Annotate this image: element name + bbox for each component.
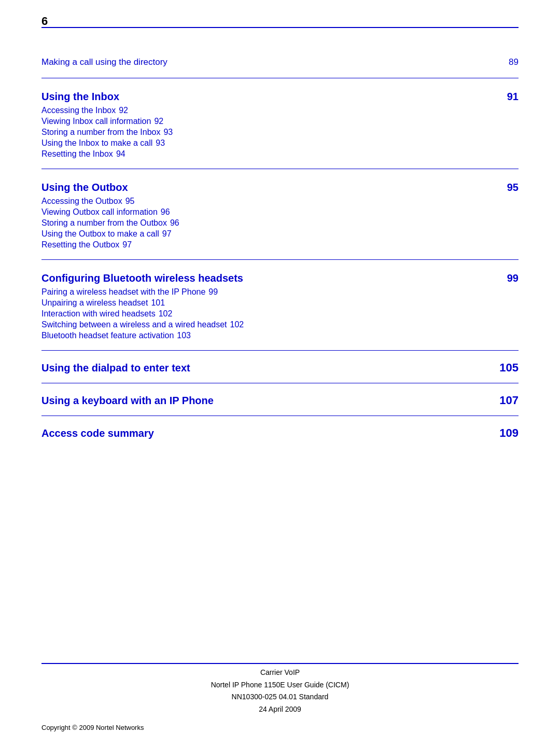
divider-before-access-code [41, 416, 519, 416]
divider-before-inbox [41, 78, 519, 78]
keyboard-section-title[interactable]: Using a keyboard with an IP Phone [41, 395, 214, 407]
page-number: 6 [41, 15, 48, 28]
footer-line4: 24 April 2009 [0, 703, 560, 716]
sub-entry-page: 102 [230, 320, 244, 329]
intro-entry-making-call: Making a call using the directory 89 [41, 57, 519, 67]
inbox-section-page: 91 [507, 91, 519, 103]
bluetooth-header-row: Configuring Bluetooth wireless headsets … [41, 272, 519, 284]
list-item: Interaction with wired headsets 102 [41, 309, 519, 319]
sub-entry-title[interactable]: Switching between a wireless and a wired… [41, 320, 227, 329]
intro-entry-title[interactable]: Making a call using the directory [41, 57, 167, 67]
list-item: Accessing the Outbox 95 [41, 197, 519, 206]
sub-entry-page: 94 [116, 149, 125, 159]
sub-entry-title[interactable]: Viewing Inbox call information [41, 117, 151, 126]
list-item: Storing a number from the Outbox 96 [41, 218, 519, 228]
section-bluetooth: Configuring Bluetooth wireless headsets … [41, 264, 519, 346]
sub-entry-page: 101 [151, 298, 165, 308]
outbox-section-title[interactable]: Using the Outbox [41, 182, 128, 193]
list-item: Pairing a wireless headset with the IP P… [41, 287, 519, 297]
sub-entry-title[interactable]: Unpairing a wireless headset [41, 298, 148, 308]
sub-entry-page: 102 [159, 309, 173, 319]
access-code-header-row: Access code summary 109 [41, 426, 519, 440]
list-item: Storing a number from the Inbox 93 [41, 128, 519, 137]
bluetooth-section-title[interactable]: Configuring Bluetooth wireless headsets [41, 272, 243, 284]
sub-entry-page: 93 [156, 139, 165, 148]
section-dialpad: Using the dialpad to enter text 105 [41, 355, 519, 379]
dialpad-section-title[interactable]: Using the dialpad to enter text [41, 362, 190, 374]
sub-entry-title[interactable]: Accessing the Inbox [41, 106, 116, 115]
intro-entry-page: 89 [509, 57, 519, 67]
sub-entry-page: 96 [161, 208, 170, 217]
sub-entry-title[interactable]: Viewing Outbox call information [41, 208, 158, 217]
section-using-inbox: Using the Inbox 91 Accessing the Inbox 9… [41, 82, 519, 164]
sub-entry-title[interactable]: Accessing the Outbox [41, 197, 122, 206]
list-item: Using the Inbox to make a call 93 [41, 139, 519, 148]
sub-entry-title[interactable]: Using the Outbox to make a call [41, 229, 159, 239]
divider-before-bluetooth [41, 259, 519, 260]
footer: Carrier VoIP Nortel IP Phone 1150E User … [0, 667, 560, 716]
section-using-outbox: Using the Outbox 95 Accessing the Outbox… [41, 173, 519, 255]
sub-entry-title[interactable]: Storing a number from the Outbox [41, 218, 167, 228]
footer-line3: NN10300-025 04.01 Standard [0, 691, 560, 703]
sub-entry-page: 103 [177, 331, 191, 340]
list-item: Using the Outbox to make a call 97 [41, 229, 519, 239]
sub-entry-title[interactable]: Storing a number from the Inbox [41, 128, 160, 137]
list-item: Viewing Outbox call information 96 [41, 208, 519, 217]
sub-entry-page: 92 [119, 106, 128, 115]
sub-entry-title[interactable]: Interaction with wired headsets [41, 309, 156, 319]
section-keyboard: Using a keyboard with an IP Phone 107 [41, 388, 519, 411]
divider-before-outbox [41, 169, 519, 169]
outbox-section-page: 95 [507, 182, 519, 193]
list-item: Resetting the Outbox 97 [41, 240, 519, 250]
dialpad-header-row: Using the dialpad to enter text 105 [41, 361, 519, 375]
keyboard-header-row: Using a keyboard with an IP Phone 107 [41, 394, 519, 407]
sub-entry-title[interactable]: Resetting the Inbox [41, 149, 113, 159]
sub-entry-page: 99 [208, 287, 218, 297]
bottom-border [41, 663, 519, 664]
sub-entry-page: 95 [125, 197, 135, 206]
bluetooth-section-page: 99 [507, 272, 519, 284]
footer-line1: Carrier VoIP [0, 667, 560, 679]
access-code-section-page: 109 [499, 426, 519, 440]
divider-before-dialpad [41, 350, 519, 351]
divider-before-keyboard [41, 383, 519, 383]
dialpad-section-page: 105 [499, 361, 519, 375]
list-item: Resetting the Inbox 94 [41, 149, 519, 159]
sub-entry-page: 97 [162, 229, 172, 239]
sub-entry-page: 96 [170, 218, 179, 228]
list-item: Bluetooth headset feature activation 103 [41, 331, 519, 340]
section-access-code: Access code summary 109 [41, 420, 519, 444]
content-area: Making a call using the directory 89 Usi… [41, 47, 519, 444]
inbox-section-title[interactable]: Using the Inbox [41, 91, 119, 103]
list-item: Accessing the Inbox 92 [41, 106, 519, 115]
sub-entry-page: 92 [154, 117, 163, 126]
top-border [41, 27, 519, 28]
sub-entry-page: 97 [122, 240, 132, 250]
sub-entry-title[interactable]: Resetting the Outbox [41, 240, 119, 250]
keyboard-section-page: 107 [499, 394, 519, 407]
sub-entry-title[interactable]: Using the Inbox to make a call [41, 139, 152, 148]
list-item: Unpairing a wireless headset 101 [41, 298, 519, 308]
access-code-section-title[interactable]: Access code summary [41, 427, 154, 439]
sub-entry-title[interactable]: Pairing a wireless headset with the IP P… [41, 287, 205, 297]
outbox-header-row: Using the Outbox 95 [41, 182, 519, 193]
inbox-header-row: Using the Inbox 91 [41, 91, 519, 103]
sub-entry-title[interactable]: Bluetooth headset feature activation [41, 331, 174, 340]
list-item: Viewing Inbox call information 92 [41, 117, 519, 126]
footer-line2: Nortel IP Phone 1150E User Guide (CICM) [0, 679, 560, 691]
page-container: 6 Making a call using the directory 89 U… [0, 0, 560, 747]
sub-entry-page: 93 [163, 128, 173, 137]
copyright-text: Copyright © 2009 Nortel Networks [41, 724, 144, 731]
list-item: Switching between a wireless and a wired… [41, 320, 519, 329]
